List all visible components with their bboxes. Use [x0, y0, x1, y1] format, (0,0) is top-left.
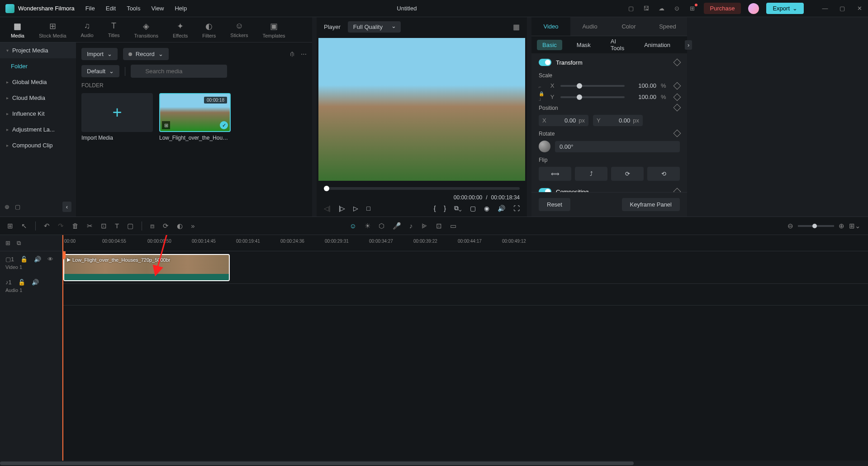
keyframe-icon[interactable]: [674, 82, 681, 89]
progress-bar[interactable]: [324, 187, 520, 190]
sidebar-global-media[interactable]: ▸Global Media: [0, 74, 76, 90]
preview-video[interactable]: [318, 38, 525, 181]
zoom-slider[interactable]: [798, 225, 834, 227]
shield-icon[interactable]: ⬡: [379, 222, 384, 230]
mode-tab-audio[interactable]: ♫Audio: [81, 21, 94, 38]
snapshot-icon[interactable]: ▦: [513, 23, 520, 31]
scale-y-value[interactable]: 100.00: [629, 94, 656, 100]
eye-icon[interactable]: 👁: [47, 256, 53, 263]
rotate-cw-button[interactable]: ⟳: [611, 167, 644, 181]
keyframe-icon[interactable]: [674, 130, 681, 137]
export-button[interactable]: Export⌄: [766, 3, 804, 14]
subtab-scroll-right[interactable]: ›: [685, 40, 692, 50]
mode-tab-effects[interactable]: ✦Effects: [173, 21, 188, 38]
keyframe-panel-button[interactable]: Keyframe Panel: [622, 198, 680, 211]
purchase-button[interactable]: Purchase: [704, 3, 741, 14]
search-input[interactable]: [131, 65, 227, 78]
link-icon[interactable]: ⌐: [539, 85, 544, 89]
position-x-input[interactable]: X0.00px: [539, 115, 588, 126]
playhead[interactable]: [62, 235, 63, 461]
apps-icon[interactable]: ⊞: [688, 5, 697, 13]
fullscreen-icon[interactable]: ⛶: [513, 205, 520, 212]
undo-button[interactable]: ↶: [44, 222, 50, 230]
subtab-basic[interactable]: Basic: [537, 40, 562, 50]
more-tools-button[interactable]: »: [191, 222, 194, 230]
mic-icon[interactable]: 🎤: [393, 222, 401, 230]
subtab-mask[interactable]: Mask: [571, 40, 596, 50]
mark-in-button[interactable]: {: [434, 205, 436, 212]
audio-track[interactable]: [62, 284, 868, 306]
props-tab-color[interactable]: Color: [609, 17, 648, 36]
timeline-ruler[interactable]: 00:00 00:00:04:55 00:00:09:50 00:00:14:4…: [62, 235, 868, 251]
lock-icon[interactable]: 🔒: [539, 91, 544, 96]
keyframe-icon[interactable]: [674, 93, 681, 101]
user-avatar[interactable]: [748, 3, 759, 14]
display-icon[interactable]: ▢: [470, 205, 476, 212]
zoom-out-button[interactable]: ⊖: [787, 222, 793, 230]
layout-icon[interactable]: ⊞: [7, 222, 13, 230]
mode-tab-titles[interactable]: TTitles: [108, 21, 120, 38]
sidebar-adjustment-layer[interactable]: ▸Adjustment La...: [0, 122, 76, 137]
menu-tools[interactable]: Tools: [127, 5, 140, 12]
cursor-icon[interactable]: ↖: [21, 222, 27, 230]
subtab-ai-tools[interactable]: AI Tools: [605, 36, 630, 53]
camera-icon[interactable]: ◉: [484, 205, 489, 212]
mark-out-button[interactable]: }: [444, 205, 446, 212]
mode-tab-filters[interactable]: ◐Filters: [202, 21, 216, 38]
mode-tab-media[interactable]: ▦Media: [11, 21, 24, 38]
menu-view[interactable]: View: [151, 5, 164, 12]
step-back-button[interactable]: |▷: [339, 205, 346, 212]
save-icon[interactable]: 🖫: [642, 5, 650, 13]
quality-dropdown[interactable]: Full Quality: [348, 21, 401, 33]
props-tab-video[interactable]: Video: [531, 17, 570, 36]
sidebar-influence-kit[interactable]: ▸Influence Kit: [0, 106, 76, 122]
sort-dropdown[interactable]: Default⌄: [81, 65, 119, 77]
speed-button[interactable]: ⟳: [163, 222, 169, 230]
flip-horizontal-button[interactable]: ⟺: [539, 167, 571, 181]
shape-button[interactable]: ▢: [127, 222, 133, 230]
keyframe-icon[interactable]: [674, 104, 681, 112]
import-media-slot[interactable]: +: [81, 93, 153, 132]
mode-tab-stock[interactable]: ⊞Stock Media: [39, 21, 66, 38]
volume-icon[interactable]: 🔊: [498, 205, 505, 212]
marker-dropdown[interactable]: ⧉⌄: [454, 204, 462, 212]
menu-help[interactable]: Help: [175, 5, 187, 12]
link-button[interactable]: ⧈: [150, 222, 155, 230]
position-y-input[interactable]: Y0.00px: [593, 115, 643, 126]
transform-toggle[interactable]: [539, 59, 551, 66]
media-clip-thumbnail[interactable]: 00:00:18 ⊞ ✓: [159, 93, 231, 132]
collapse-sidebar-button[interactable]: ‹: [62, 202, 71, 212]
record-dropdown[interactable]: Record⌄: [123, 48, 169, 60]
compositing-toggle[interactable]: [539, 188, 551, 192]
tracks-icon[interactable]: ⊞: [5, 240, 10, 246]
mute-icon[interactable]: 🔊: [32, 279, 39, 286]
crop-button[interactable]: ⊡: [101, 222, 107, 230]
close-button[interactable]: ✕: [856, 5, 863, 12]
link-icon[interactable]: ┘: [539, 98, 544, 103]
import-dropdown[interactable]: Import⌄: [81, 48, 118, 60]
rotate-ccw-button[interactable]: ⟲: [647, 167, 680, 181]
folder-icon[interactable]: ▢: [15, 203, 20, 210]
scale-x-value[interactable]: 100.00: [629, 82, 656, 89]
sidebar-compound-clip[interactable]: ▸Compound Clip: [0, 137, 76, 153]
mode-tab-transitions[interactable]: ◈Transitions: [134, 21, 158, 38]
group-icon[interactable]: ⊡: [436, 222, 442, 230]
maximize-button[interactable]: ▢: [839, 5, 845, 12]
subtab-animation[interactable]: Animation: [639, 40, 676, 50]
redo-button[interactable]: ↷: [58, 222, 64, 230]
device-icon[interactable]: ▢: [627, 5, 635, 13]
menu-edit[interactable]: Edit: [106, 5, 116, 12]
rotate-knob[interactable]: [539, 141, 550, 152]
face-icon[interactable]: ☺: [350, 222, 356, 230]
lock-icon[interactable]: 🔓: [20, 256, 28, 263]
mode-tab-templates[interactable]: ▣Templates: [262, 21, 285, 38]
scale-y-slider[interactable]: [560, 96, 625, 98]
sidebar-cloud-media[interactable]: ▸Cloud Media: [0, 90, 76, 106]
play-button[interactable]: ▷: [353, 205, 358, 212]
sidebar-folder[interactable]: Folder: [0, 58, 76, 74]
mode-tab-stickers[interactable]: ☺Stickers: [230, 21, 248, 38]
view-options[interactable]: ⊞⌄: [849, 222, 861, 230]
rotate-value[interactable]: 0.00°: [555, 141, 680, 152]
link-icon[interactable]: ⧉: [17, 240, 21, 247]
lock-icon[interactable]: 🔓: [18, 279, 25, 286]
